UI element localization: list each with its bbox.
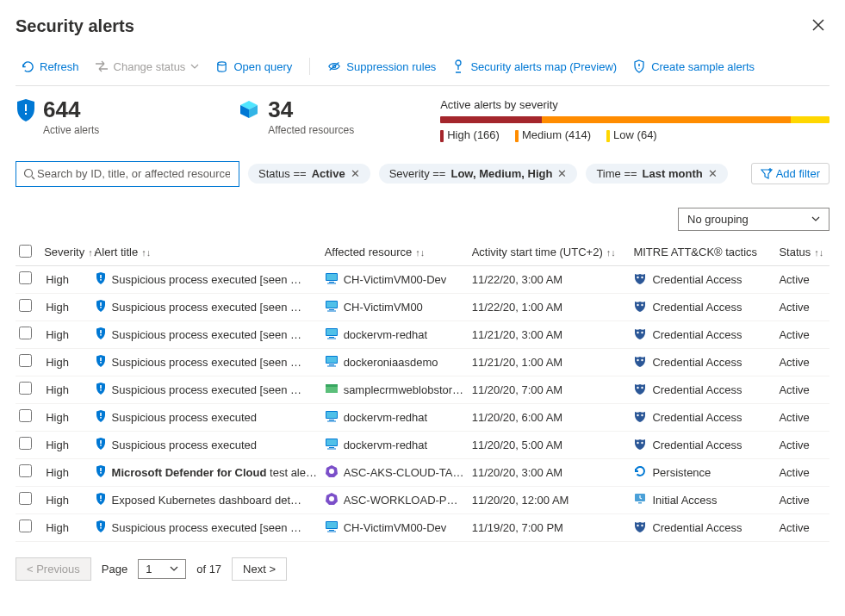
legend-low[interactable]: Low (64)	[606, 128, 657, 142]
page-select[interactable]: 1	[138, 559, 186, 579]
sample-alerts-button[interactable]: Create sample alerts	[627, 56, 760, 77]
grouping-select[interactable]: No grouping	[678, 208, 829, 231]
resource-cell: dockeroniaasdemo	[344, 356, 438, 369]
table-row[interactable]: HighSuspicious process executed [seen …C…	[16, 513, 829, 541]
tactic-cell: Persistence	[652, 466, 711, 479]
search-input[interactable]	[35, 166, 232, 181]
alert-title-cell: Suspicious process executed	[112, 411, 257, 424]
page-value: 1	[146, 563, 152, 576]
search-box[interactable]	[16, 161, 239, 187]
suppression-button[interactable]: Suppression rules	[322, 56, 441, 77]
filter-chip-status[interactable]: Status == Active ✕	[248, 164, 370, 184]
shield-icon	[95, 299, 107, 315]
row-checkbox[interactable]	[19, 464, 32, 477]
status-cell: Active	[775, 403, 829, 431]
resource-cell: samplecrmweblobstor…	[344, 383, 463, 396]
svg-point-29	[642, 331, 643, 333]
svg-rect-14	[100, 302, 102, 306]
row-checkbox[interactable]	[19, 327, 32, 339]
alert-title-cell: Exposed Kubernetes dashboard det…	[112, 494, 301, 507]
filter-chip-time[interactable]: Time == Last month ✕	[586, 164, 727, 184]
add-filter-label: Add filter	[776, 167, 820, 180]
status-cell: Active	[775, 320, 829, 348]
row-checkbox[interactable]	[19, 409, 32, 422]
time-cell: 11/22/20, 1:00 AM	[469, 293, 631, 320]
legend-high[interactable]: High (166)	[440, 128, 500, 142]
severity-cell: High	[46, 439, 69, 451]
col-tactics[interactable]: MITRE ATT&CK® tactics	[630, 240, 775, 266]
refresh-button[interactable]: Refresh	[16, 56, 84, 77]
severity-cell: High	[46, 328, 69, 341]
table-row[interactable]: HighSuspicious process executed [seen …C…	[16, 265, 829, 293]
svg-rect-26	[329, 337, 334, 338]
resource-icon	[325, 272, 339, 287]
tactic-cell: Credential Access	[652, 301, 742, 314]
chip-remove-icon[interactable]: ✕	[708, 167, 718, 180]
svg-rect-48	[329, 420, 334, 420]
svg-point-28	[637, 331, 639, 333]
svg-rect-18	[329, 309, 334, 310]
resource-icon	[325, 355, 339, 370]
row-checkbox[interactable]	[19, 437, 32, 450]
affected-count: 34	[268, 98, 354, 121]
open-query-button[interactable]: Open query	[209, 56, 297, 77]
row-checkbox[interactable]	[19, 492, 32, 505]
time-cell: 11/20/20, 3:00 AM	[469, 458, 631, 486]
of-label: of 17	[196, 563, 221, 576]
pagination: < Previous Page 1 of 17 Next >	[16, 557, 829, 581]
svg-point-2	[456, 60, 461, 65]
change-status-button[interactable]: Change status	[90, 56, 205, 77]
col-status[interactable]: Status↑↓	[775, 240, 829, 266]
svg-rect-52	[100, 440, 102, 444]
svg-rect-30	[100, 358, 102, 361]
table-row[interactable]: HighSuspicious process executed [seen …C…	[16, 293, 829, 320]
status-cell: Active	[775, 486, 829, 513]
tactic-icon	[633, 272, 647, 287]
add-filter-button[interactable]: Add filter	[751, 163, 829, 184]
col-severity[interactable]: Severity↑↓	[40, 240, 90, 266]
alert-title-cell: Suspicious process executed [seen …	[112, 328, 301, 341]
svg-rect-41	[326, 387, 338, 393]
col-title[interactable]: Alert title↑↓	[91, 240, 321, 266]
shield-icon	[95, 464, 107, 481]
row-checkbox[interactable]	[19, 520, 32, 532]
svg-point-37	[642, 358, 643, 360]
severity-bar-medium	[542, 116, 791, 123]
table-row[interactable]: HighSuspicious process executeddockervm-…	[16, 403, 829, 431]
alerts-table: Severity↑↓ Alert title↑↓ Affected resour…	[16, 240, 829, 542]
row-checkbox[interactable]	[19, 299, 32, 312]
col-time[interactable]: Activity start time (UTC+2)↑↓	[469, 240, 631, 266]
col-resource[interactable]: Affected resource↑↓	[321, 240, 469, 266]
svg-rect-74	[329, 530, 334, 531]
table-row[interactable]: HighSuspicious process executed [seen …d…	[16, 320, 829, 348]
row-checkbox[interactable]	[19, 271, 32, 284]
shield-icon	[95, 409, 107, 426]
table-row[interactable]: HighExposed Kubernetes dashboard det…ASC…	[16, 486, 829, 513]
svg-rect-4	[25, 113, 27, 115]
chip-remove-icon[interactable]: ✕	[557, 167, 567, 180]
affected-label: Affected resources	[268, 124, 354, 136]
page-title: Security alerts	[16, 16, 134, 36]
legend-medium[interactable]: Medium (414)	[515, 128, 591, 142]
row-checkbox[interactable]	[19, 382, 32, 395]
tactic-icon	[633, 410, 647, 425]
table-row[interactable]: HighMicrosoft Defender for Cloud test al…	[16, 458, 829, 486]
table-row[interactable]: HighSuspicious process executed [seen …d…	[16, 348, 829, 376]
svg-rect-33	[326, 357, 337, 363]
alert-title-cell: Suspicious process executed	[112, 439, 257, 451]
table-row[interactable]: HighSuspicious process executeddockervm-…	[16, 431, 829, 458]
prev-page-button[interactable]: < Previous	[16, 557, 91, 581]
alert-title-cell: Suspicious process executed [seen …	[112, 521, 301, 534]
svg-rect-49	[327, 420, 336, 421]
svg-point-67	[329, 496, 334, 501]
chip-remove-icon[interactable]: ✕	[351, 167, 360, 180]
alerts-map-button[interactable]: Security alerts map (Preview)	[446, 56, 622, 77]
next-page-button[interactable]: Next >	[232, 557, 287, 581]
svg-point-0	[218, 61, 226, 65]
table-row[interactable]: HighSuspicious process executed [seen …s…	[16, 376, 829, 403]
filter-chip-severity[interactable]: Severity == Low, Medium, High ✕	[379, 164, 578, 184]
row-checkbox[interactable]	[19, 354, 32, 367]
close-button[interactable]	[807, 14, 829, 39]
active-alerts-metric: 644 Active alerts	[16, 98, 99, 136]
select-all-checkbox[interactable]	[19, 245, 32, 258]
